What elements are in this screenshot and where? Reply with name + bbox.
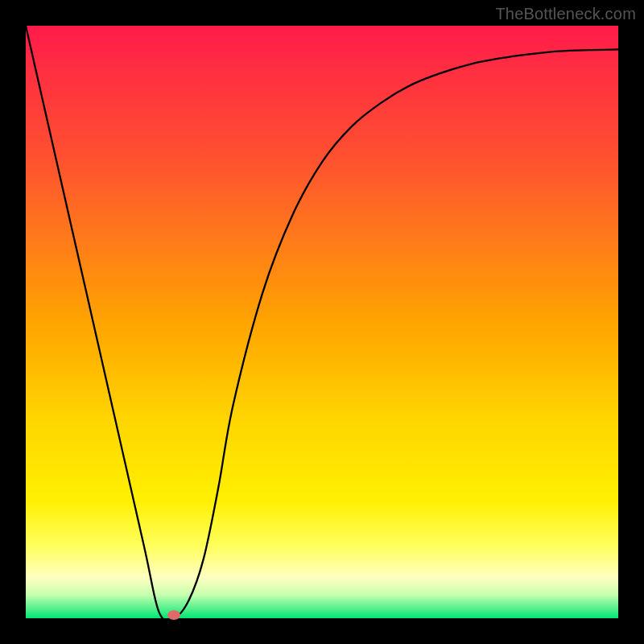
plot-area (26, 26, 618, 618)
minimum-marker (167, 610, 180, 620)
watermark-text: TheBottleneck.com (495, 5, 636, 23)
bottleneck-curve (26, 26, 618, 618)
chart-frame: TheBottleneck.com (0, 0, 644, 644)
